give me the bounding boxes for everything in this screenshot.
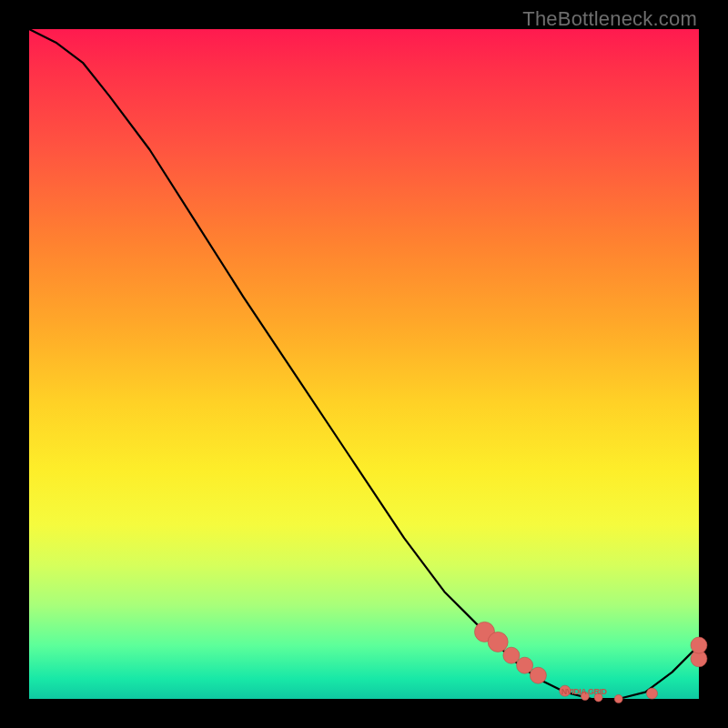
watermark-text: TheBottleneck.com xyxy=(522,7,697,31)
gpu-marker xyxy=(503,647,520,663)
bottleneck-curve xyxy=(29,29,699,699)
plot-area: NVIDIA GRID xyxy=(29,29,699,699)
gpu-marker xyxy=(614,695,622,703)
curve-svg xyxy=(29,29,699,699)
gpu-label: NVIDIA GRID xyxy=(561,687,607,696)
gpu-marker xyxy=(517,657,533,673)
gpu-marker xyxy=(647,688,658,699)
gpu-marker xyxy=(530,667,546,683)
gpu-marker xyxy=(488,632,508,652)
chart-stage: TheBottleneck.com NVIDIA GRID xyxy=(0,0,728,728)
gpu-marker xyxy=(691,637,707,653)
